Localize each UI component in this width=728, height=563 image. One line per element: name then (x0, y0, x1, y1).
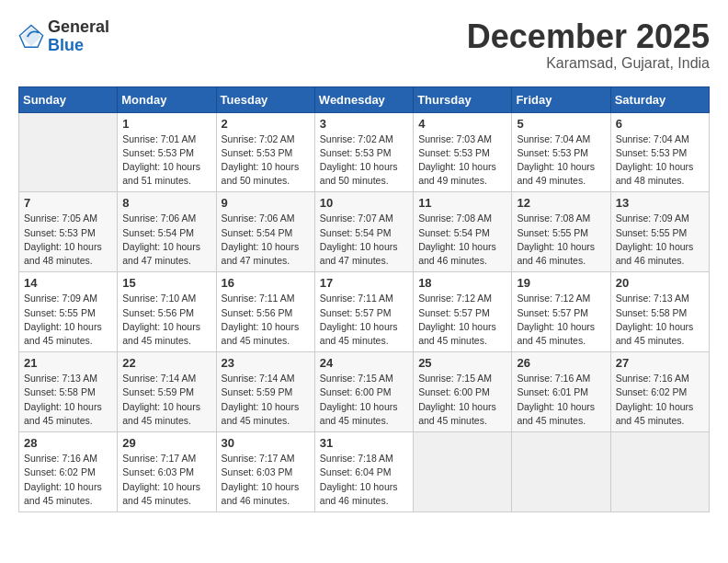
calendar-cell: 7Sunrise: 7:05 AMSunset: 5:53 PMDaylight… (19, 192, 118, 272)
day-info: Sunrise: 7:17 AMSunset: 6:03 PMDaylight:… (122, 452, 210, 508)
day-number: 2 (222, 117, 310, 131)
day-info: Sunrise: 7:08 AMSunset: 5:55 PMDaylight:… (517, 212, 605, 268)
calendar-cell (414, 432, 512, 512)
calendar-cell: 10Sunrise: 7:07 AMSunset: 5:54 PMDayligh… (314, 192, 413, 272)
day-header-monday: Monday (118, 86, 216, 112)
day-info: Sunrise: 7:14 AMSunset: 5:59 PMDaylight:… (122, 372, 210, 428)
day-number: 31 (320, 436, 408, 450)
calendar-cell: 24Sunrise: 7:15 AMSunset: 6:00 PMDayligh… (314, 352, 413, 432)
calendar-cell: 17Sunrise: 7:11 AMSunset: 5:57 PMDayligh… (314, 272, 413, 352)
calendar-cell: 13Sunrise: 7:09 AMSunset: 5:55 PMDayligh… (610, 192, 709, 272)
day-number: 20 (616, 276, 704, 290)
calendar-cell: 19Sunrise: 7:12 AMSunset: 5:57 PMDayligh… (512, 272, 610, 352)
calendar-week-row: 7Sunrise: 7:05 AMSunset: 5:53 PMDaylight… (19, 192, 710, 272)
month-title: December 2025 (467, 18, 710, 55)
day-info: Sunrise: 7:10 AMSunset: 5:56 PMDaylight:… (122, 292, 210, 348)
day-info: Sunrise: 7:06 AMSunset: 5:54 PMDaylight:… (122, 212, 210, 268)
calendar-cell: 21Sunrise: 7:13 AMSunset: 5:58 PMDayligh… (19, 352, 118, 432)
calendar-cell (512, 432, 610, 512)
day-info: Sunrise: 7:15 AMSunset: 6:00 PMDaylight:… (320, 372, 408, 428)
day-header-wednesday: Wednesday (314, 86, 413, 112)
day-info: Sunrise: 7:09 AMSunset: 5:55 PMDaylight:… (616, 212, 704, 268)
calendar-cell: 9Sunrise: 7:06 AMSunset: 5:54 PMDaylight… (216, 192, 314, 272)
day-info: Sunrise: 7:14 AMSunset: 5:59 PMDaylight:… (222, 372, 310, 428)
day-info: Sunrise: 7:16 AMSunset: 6:02 PMDaylight:… (616, 372, 704, 428)
day-info: Sunrise: 7:04 AMSunset: 5:53 PMDaylight:… (616, 132, 704, 189)
day-info: Sunrise: 7:16 AMSunset: 6:02 PMDaylight:… (24, 452, 112, 508)
day-number: 22 (122, 356, 210, 370)
calendar-cell: 15Sunrise: 7:10 AMSunset: 5:56 PMDayligh… (118, 272, 216, 352)
day-number: 12 (517, 196, 605, 210)
day-number: 11 (418, 196, 506, 210)
day-info: Sunrise: 7:18 AMSunset: 6:04 PMDaylight:… (320, 452, 408, 508)
day-number: 14 (24, 276, 112, 290)
day-number: 17 (320, 276, 408, 290)
day-number: 27 (616, 356, 704, 370)
day-info: Sunrise: 7:11 AMSunset: 5:56 PMDaylight:… (222, 292, 310, 348)
day-info: Sunrise: 7:02 AMSunset: 5:53 PMDaylight:… (222, 132, 310, 189)
day-number: 6 (616, 117, 704, 131)
day-number: 19 (517, 276, 605, 290)
calendar-cell: 29Sunrise: 7:17 AMSunset: 6:03 PMDayligh… (118, 432, 216, 512)
calendar-cell: 3Sunrise: 7:02 AMSunset: 5:53 PMDaylight… (314, 112, 413, 192)
day-info: Sunrise: 7:07 AMSunset: 5:54 PMDaylight:… (320, 212, 408, 268)
svg-marker-0 (22, 27, 41, 46)
calendar-cell: 30Sunrise: 7:17 AMSunset: 6:03 PMDayligh… (216, 432, 314, 512)
title-block: December 2025 Karamsad, Gujarat, India (467, 18, 710, 72)
day-info: Sunrise: 7:04 AMSunset: 5:53 PMDaylight:… (517, 132, 605, 189)
day-number: 29 (122, 436, 210, 450)
day-info: Sunrise: 7:15 AMSunset: 6:00 PMDaylight:… (418, 372, 506, 428)
calendar-cell: 27Sunrise: 7:16 AMSunset: 6:02 PMDayligh… (610, 352, 709, 432)
page-header: General Blue December 2025 Karamsad, Guj… (18, 18, 710, 72)
logo-text: General Blue (48, 18, 109, 55)
day-info: Sunrise: 7:12 AMSunset: 5:57 PMDaylight:… (418, 292, 506, 348)
day-number: 16 (222, 276, 310, 290)
day-number: 7 (24, 196, 112, 210)
day-info: Sunrise: 7:11 AMSunset: 5:57 PMDaylight:… (320, 292, 408, 348)
day-number: 13 (616, 196, 704, 210)
calendar-cell: 18Sunrise: 7:12 AMSunset: 5:57 PMDayligh… (414, 272, 512, 352)
day-number: 8 (122, 196, 210, 210)
day-info: Sunrise: 7:17 AMSunset: 6:03 PMDaylight:… (222, 452, 310, 508)
day-header-friday: Friday (512, 86, 610, 112)
calendar-cell: 8Sunrise: 7:06 AMSunset: 5:54 PMDaylight… (118, 192, 216, 272)
calendar-cell: 22Sunrise: 7:14 AMSunset: 5:59 PMDayligh… (118, 352, 216, 432)
calendar-cell: 26Sunrise: 7:16 AMSunset: 6:01 PMDayligh… (512, 352, 610, 432)
day-header-thursday: Thursday (414, 86, 512, 112)
day-info: Sunrise: 7:13 AMSunset: 5:58 PMDaylight:… (24, 372, 112, 428)
calendar-cell: 11Sunrise: 7:08 AMSunset: 5:54 PMDayligh… (414, 192, 512, 272)
day-info: Sunrise: 7:01 AMSunset: 5:53 PMDaylight:… (122, 132, 210, 189)
day-number: 5 (517, 117, 605, 131)
calendar-cell: 12Sunrise: 7:08 AMSunset: 5:55 PMDayligh… (512, 192, 610, 272)
day-info: Sunrise: 7:13 AMSunset: 5:58 PMDaylight:… (616, 292, 704, 348)
calendar-cell: 14Sunrise: 7:09 AMSunset: 5:55 PMDayligh… (19, 272, 118, 352)
calendar-week-row: 28Sunrise: 7:16 AMSunset: 6:02 PMDayligh… (19, 432, 710, 512)
calendar-cell: 4Sunrise: 7:03 AMSunset: 5:53 PMDaylight… (414, 112, 512, 192)
day-number: 21 (24, 356, 112, 370)
day-number: 15 (122, 276, 210, 290)
day-number: 23 (222, 356, 310, 370)
day-number: 1 (122, 117, 210, 131)
day-number: 10 (320, 196, 408, 210)
location-subtitle: Karamsad, Gujarat, India (467, 55, 710, 72)
logo-icon (18, 24, 44, 50)
day-number: 25 (418, 356, 506, 370)
day-info: Sunrise: 7:06 AMSunset: 5:54 PMDaylight:… (222, 212, 310, 268)
calendar-cell: 20Sunrise: 7:13 AMSunset: 5:58 PMDayligh… (610, 272, 709, 352)
day-info: Sunrise: 7:03 AMSunset: 5:53 PMDaylight:… (418, 132, 506, 189)
calendar-header-row: SundayMondayTuesdayWednesdayThursdayFrid… (19, 86, 710, 112)
day-number: 9 (222, 196, 310, 210)
day-info: Sunrise: 7:09 AMSunset: 5:55 PMDaylight:… (24, 292, 112, 348)
day-number: 28 (24, 436, 112, 450)
calendar-cell: 16Sunrise: 7:11 AMSunset: 5:56 PMDayligh… (216, 272, 314, 352)
day-number: 26 (517, 356, 605, 370)
day-info: Sunrise: 7:12 AMSunset: 5:57 PMDaylight:… (517, 292, 605, 348)
day-info: Sunrise: 7:16 AMSunset: 6:01 PMDaylight:… (517, 372, 605, 428)
logo-blue: Blue (48, 37, 109, 55)
day-number: 30 (222, 436, 310, 450)
day-info: Sunrise: 7:08 AMSunset: 5:54 PMDaylight:… (418, 212, 506, 268)
day-header-saturday: Saturday (610, 86, 709, 112)
day-number: 24 (320, 356, 408, 370)
calendar-cell: 1Sunrise: 7:01 AMSunset: 5:53 PMDaylight… (118, 112, 216, 192)
calendar-cell (610, 432, 709, 512)
